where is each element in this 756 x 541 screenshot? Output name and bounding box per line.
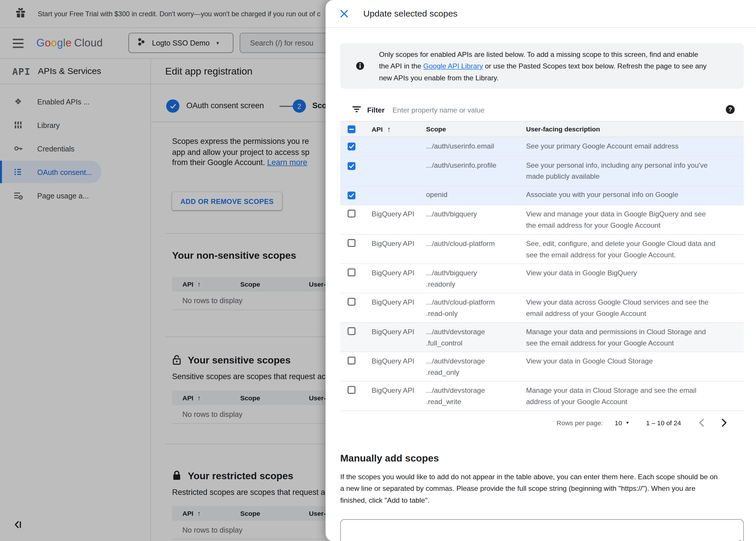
row-api: BigQuery API xyxy=(372,293,426,322)
row-description: Manage your data in Cloud Storage and se… xyxy=(526,382,744,411)
sort-ascending-icon: ↑ xyxy=(387,125,391,134)
table-row[interactable]: BigQuery API.../auth/devstorage .read_wr… xyxy=(340,382,744,411)
row-description: View your data in Google BigQuery xyxy=(526,264,744,293)
next-page-icon[interactable] xyxy=(718,417,730,429)
row-description: Associate you with your personal info on… xyxy=(526,186,744,205)
row-api: BigQuery API xyxy=(372,382,426,411)
row-description: View and manage your data in Google BigQ… xyxy=(526,206,744,235)
manual-scopes-textarea[interactable] xyxy=(340,519,744,541)
row-description: See your personal info, including any pe… xyxy=(526,157,744,186)
row-description: View your data across Google Cloud servi… xyxy=(526,293,744,322)
scopes-table: API↑ Scope User-facing description .../a… xyxy=(340,121,744,541)
info-banner: Only scopes for enabled APIs are listed … xyxy=(340,43,744,89)
row-checkbox[interactable] xyxy=(348,210,355,218)
table-row[interactable]: BigQuery API.../auth/cloud-platform .rea… xyxy=(340,293,744,323)
row-checkbox[interactable] xyxy=(348,162,355,170)
row-api: BigQuery API xyxy=(372,264,426,293)
row-api: BigQuery API xyxy=(372,352,426,381)
manually-add-scopes-title: Manually add scopes xyxy=(340,452,744,464)
table-row[interactable]: BigQuery API.../auth/cloud-platformSee, … xyxy=(340,235,744,264)
row-scope: .../auth/devstorage .read_write xyxy=(426,382,526,411)
row-api xyxy=(372,157,426,186)
row-checkbox[interactable] xyxy=(348,298,355,306)
filter-label: Filter xyxy=(367,106,385,114)
row-api: BigQuery API xyxy=(372,323,426,352)
panel-title: Update selected scopes xyxy=(363,9,457,19)
row-description: See your primary Google Account email ad… xyxy=(526,137,744,156)
row-scope: .../auth/bigquery xyxy=(426,206,526,235)
row-checkbox[interactable] xyxy=(348,191,355,199)
pagination: Rows per page: 10 ▼ 1 – 10 of 24 xyxy=(340,411,744,434)
row-api: BigQuery API xyxy=(372,206,426,235)
close-icon[interactable] xyxy=(337,7,351,21)
scopes-table-body: .../auth/userinfo.emailSee your primary … xyxy=(340,137,744,411)
row-scope: openid xyxy=(426,186,526,205)
table-row[interactable]: openidAssociate you with your personal i… xyxy=(340,186,744,206)
filter-bar: Filter ? xyxy=(340,100,744,121)
rows-per-page-label: Rows per page: xyxy=(557,419,603,426)
row-checkbox[interactable] xyxy=(348,386,355,394)
row-scope: .../auth/cloud-platform xyxy=(426,235,526,264)
row-checkbox[interactable] xyxy=(348,268,355,276)
filter-input[interactable] xyxy=(393,106,726,114)
row-scope: .../auth/userinfo.email xyxy=(426,137,526,156)
select-all-checkbox[interactable] xyxy=(348,125,355,133)
table-row[interactable]: BigQuery API.../auth/devstorage .full_co… xyxy=(340,323,744,352)
row-scope: .../auth/devstorage .read_only xyxy=(426,352,526,381)
update-scopes-panel: Update selected scopes Only scopes for e… xyxy=(325,0,756,541)
table-row[interactable]: BigQuery API.../auth/bigqueryView and ma… xyxy=(340,206,744,235)
filter-icon xyxy=(352,106,361,115)
row-scope: .../auth/userinfo.profile xyxy=(426,157,526,186)
pagination-range: 1 – 10 of 24 xyxy=(646,419,681,426)
row-scope: .../auth/bigquery .readonly xyxy=(426,264,526,293)
row-checkbox[interactable] xyxy=(348,327,355,335)
screen: Start your Free Trial with $300 in credi… xyxy=(0,0,756,541)
scopes-table-header: API↑ Scope User-facing description xyxy=(340,121,744,137)
table-row[interactable]: BigQuery API.../auth/bigquery .readonlyV… xyxy=(340,264,744,293)
row-checkbox[interactable] xyxy=(348,143,355,150)
row-api xyxy=(372,137,426,156)
row-checkbox[interactable] xyxy=(348,239,355,247)
row-api xyxy=(372,186,426,205)
row-api: BigQuery API xyxy=(372,235,426,264)
google-api-library-link[interactable]: Google API Library xyxy=(423,62,483,70)
row-description: See, edit, configure, and delete your Go… xyxy=(526,235,744,264)
row-checkbox[interactable] xyxy=(348,356,355,364)
row-scope: .../auth/devstorage .full_control xyxy=(426,323,526,352)
manually-add-scopes-description: If the scopes you would like to add do n… xyxy=(340,471,744,506)
svg-text:?: ? xyxy=(728,106,732,113)
row-scope: .../auth/cloud-platform .read-only xyxy=(426,293,526,322)
info-icon xyxy=(356,62,364,72)
table-row[interactable]: BigQuery API.../auth/devstorage .read_on… xyxy=(340,352,744,381)
info-text: Only scopes for enabled APIs are listed … xyxy=(379,48,728,84)
table-row[interactable]: .../auth/userinfo.profileSee your person… xyxy=(340,157,744,186)
row-description: Manage your data and permissions in Clou… xyxy=(526,323,744,352)
chevron-down-icon[interactable]: ▼ xyxy=(625,421,629,425)
previous-page-icon[interactable] xyxy=(696,417,708,429)
rows-per-page-select[interactable]: 10 xyxy=(615,419,622,426)
row-description: View your data in Google Cloud Storage xyxy=(526,352,744,381)
table-row[interactable]: .../auth/userinfo.emailSee your primary … xyxy=(340,137,744,157)
help-icon[interactable]: ? xyxy=(726,105,735,116)
